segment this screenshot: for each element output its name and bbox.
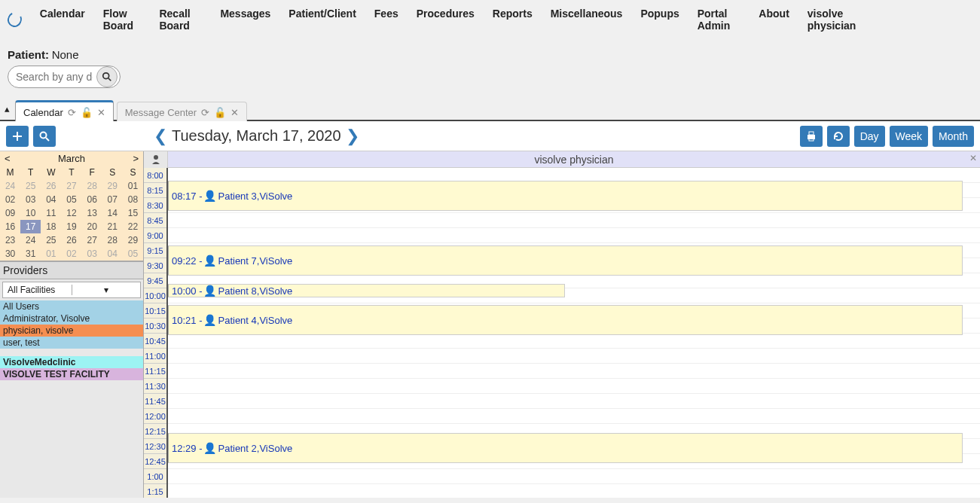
close-icon[interactable]: ✕: [97, 107, 105, 118]
menu-calendar[interactable]: Calendar: [31, 3, 94, 36]
minical-day[interactable]: 04: [102, 247, 123, 261]
minical-day[interactable]: 14: [102, 206, 123, 220]
view-week-button[interactable]: Week: [890, 126, 929, 147]
time-slot[interactable]: [168, 379, 980, 394]
minical-day[interactable]: 02: [61, 247, 81, 261]
minical-day[interactable]: 28: [82, 179, 102, 193]
refresh-icon[interactable]: ⟳: [68, 107, 76, 118]
minical-day[interactable]: 15: [123, 206, 143, 220]
prev-day-button[interactable]: ❮: [154, 127, 167, 146]
minical-day[interactable]: 01: [123, 179, 143, 193]
day-column[interactable]: 08:17 -👤Patient 3,ViSolve09:22 -👤Patient…: [168, 168, 980, 498]
menu-recall-board[interactable]: Recall Board: [150, 3, 211, 36]
time-slot[interactable]: [168, 469, 980, 484]
view-month-button[interactable]: Month: [933, 126, 974, 147]
minical-day[interactable]: 21: [102, 220, 123, 233]
minical-day[interactable]: 09: [0, 206, 20, 220]
minical-day[interactable]: 17: [20, 220, 41, 233]
search-button[interactable]: [33, 126, 56, 147]
collapse-tabs-button[interactable]: ▴: [0, 102, 14, 115]
prev-month-button[interactable]: <: [5, 153, 11, 164]
lock-icon[interactable]: 🔓: [81, 107, 93, 118]
next-day-button[interactable]: ❯: [346, 127, 359, 146]
minical-day[interactable]: 11: [41, 206, 61, 220]
minical-day[interactable]: 31: [20, 247, 41, 261]
refresh-icon[interactable]: ⟳: [201, 107, 209, 118]
minical-day[interactable]: 06: [82, 193, 102, 206]
user-list-item[interactable]: Administrator, Visolve: [0, 312, 143, 325]
minical-day[interactable]: 24: [0, 179, 20, 193]
minical-day[interactable]: 25: [41, 233, 61, 247]
close-icon[interactable]: ✕: [230, 107, 239, 118]
menu-patient-client[interactable]: Patient/Client: [279, 3, 365, 36]
minical-day[interactable]: 20: [82, 220, 102, 233]
facility-select[interactable]: All Facilities ▾: [2, 282, 141, 298]
minical-day[interactable]: 23: [0, 233, 20, 247]
menu-popups[interactable]: Popups: [631, 3, 688, 36]
menu-flow-board[interactable]: Flow Board: [94, 3, 151, 36]
minical-day[interactable]: 08: [123, 193, 143, 206]
menu-portal-admin[interactable]: Portal Admin: [688, 3, 750, 36]
time-slot[interactable]: [168, 484, 980, 498]
user-list-item[interactable]: user, test: [0, 337, 143, 349]
minical-day[interactable]: 24: [20, 233, 41, 247]
menu-about[interactable]: About: [750, 3, 798, 36]
user-list-item[interactable]: All Users: [0, 300, 143, 312]
time-slot[interactable]: [168, 334, 980, 349]
menu-fees[interactable]: Fees: [365, 3, 408, 36]
appointment[interactable]: 10:00 -👤Patient 8,ViSolve: [168, 284, 565, 297]
time-slot[interactable]: [168, 349, 980, 364]
minical-day[interactable]: 05: [61, 193, 81, 206]
lock-icon[interactable]: 🔓: [214, 107, 226, 118]
provider-icon[interactable]: [144, 151, 168, 168]
add-button[interactable]: [6, 126, 29, 147]
minical-day[interactable]: 22: [123, 220, 143, 233]
minical-day[interactable]: 18: [41, 220, 61, 233]
minical-day[interactable]: 26: [61, 233, 81, 247]
next-month-button[interactable]: >: [133, 153, 139, 164]
time-slot[interactable]: [168, 409, 980, 424]
appointment[interactable]: 08:17 -👤Patient 3,ViSolve: [168, 181, 963, 211]
menu-procedures[interactable]: Procedures: [408, 3, 484, 36]
minical-day[interactable]: 07: [102, 193, 123, 206]
view-day-button[interactable]: Day: [854, 126, 885, 147]
minical-day[interactable]: 13: [82, 206, 102, 220]
minical-day[interactable]: 05: [123, 247, 143, 261]
minical-day[interactable]: 03: [20, 193, 41, 206]
print-button[interactable]: [800, 126, 823, 147]
time-slot[interactable]: [168, 394, 980, 409]
minical-day[interactable]: 02: [0, 193, 20, 206]
minical-day[interactable]: 29: [123, 233, 143, 247]
minical-day[interactable]: 12: [61, 206, 81, 220]
minical-day[interactable]: 30: [0, 247, 20, 261]
minical-day[interactable]: 10: [20, 206, 41, 220]
appointment[interactable]: 09:22 -👤Patient 7,ViSolve: [168, 245, 963, 276]
time-slot[interactable]: [168, 228, 980, 243]
minical-day[interactable]: 26: [41, 179, 61, 193]
tab-calendar[interactable]: Calendar ⟳ 🔓 ✕: [15, 100, 114, 121]
minical-day[interactable]: 25: [20, 179, 41, 193]
refresh-button[interactable]: [827, 126, 850, 147]
minical-day[interactable]: 01: [41, 247, 61, 261]
menu-miscellaneous[interactable]: Miscellaneous: [542, 3, 632, 36]
minical-day[interactable]: 29: [102, 179, 123, 193]
appointment[interactable]: 12:29 -👤Patient 2,ViSolve: [168, 433, 963, 463]
minical-day[interactable]: 28: [102, 233, 123, 247]
minical-day[interactable]: 27: [61, 179, 81, 193]
menu-reports[interactable]: Reports: [484, 3, 542, 36]
time-slot[interactable]: [168, 213, 980, 228]
facility-list-item[interactable]: VisolveMedclinic: [0, 356, 143, 368]
minical-day[interactable]: 16: [0, 220, 20, 233]
menu-messages[interactable]: Messages: [211, 3, 279, 36]
minical-day[interactable]: 27: [82, 233, 102, 247]
close-column-button[interactable]: ✕: [969, 153, 977, 163]
minical-day[interactable]: 03: [82, 247, 102, 261]
appointment[interactable]: 10:21 -👤Patient 4,ViSolve: [168, 305, 963, 335]
user-list-item[interactable]: physician, visolve: [0, 325, 143, 337]
facility-list-item[interactable]: VISOLVE TEST FACILITY: [0, 368, 143, 380]
minical-day[interactable]: 04: [41, 193, 61, 206]
time-slot[interactable]: [168, 364, 980, 379]
search-button[interactable]: [96, 66, 118, 87]
current-user-name[interactable]: visolve physician: [798, 3, 897, 36]
minical-day[interactable]: 19: [61, 220, 81, 233]
